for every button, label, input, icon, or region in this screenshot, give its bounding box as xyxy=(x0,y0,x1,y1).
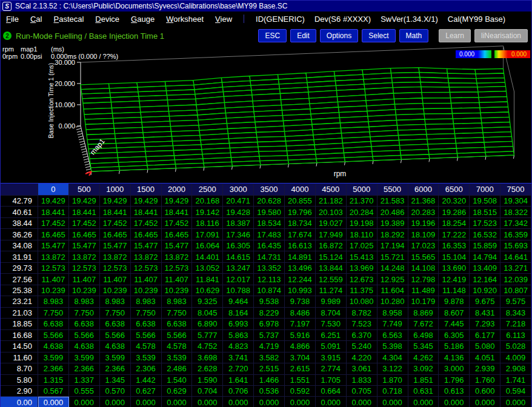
cell-36.26-2500[interactable]: 17.091 xyxy=(192,229,223,240)
cell-8.70-500[interactable]: 2.366 xyxy=(69,363,100,374)
row-header-40.61[interactable]: 40.61 xyxy=(1,207,38,217)
cell-5.80-6000[interactable]: 1.851 xyxy=(408,375,439,386)
cell-8.70-0[interactable]: 2.366 xyxy=(38,363,69,374)
col-header-6500[interactable]: 6500 xyxy=(439,184,470,196)
cell-0.00-3500[interactable]: 0.000 xyxy=(254,397,285,407)
cell-36.26-7000[interactable]: 16.532 xyxy=(470,229,500,240)
cell-5.80-6500[interactable]: 1.796 xyxy=(439,375,470,386)
cell-16.68-1500[interactable]: 5.566 xyxy=(131,330,162,341)
cell-25.38-6000[interactable]: 11.489 xyxy=(408,285,439,296)
cell-38.44-0[interactable]: 17.452 xyxy=(38,218,69,229)
cell-27.56-7500[interactable]: 12.039 xyxy=(500,274,531,285)
cell-36.26-3000[interactable]: 17.346 xyxy=(223,229,254,240)
cell-42.79-1000[interactable]: 19.429 xyxy=(100,196,131,207)
row-header-0.00[interactable]: 0.00 xyxy=(1,397,38,407)
cell-8.70-4500[interactable]: 2.774 xyxy=(316,363,347,374)
cell-2.90-4500[interactable]: 0.664 xyxy=(316,386,347,397)
cell-0.00-5500[interactable]: 0.000 xyxy=(377,397,408,407)
cell-27.56-5500[interactable]: 12.925 xyxy=(377,274,408,285)
cell-38.44-5000[interactable]: 19.198 xyxy=(347,218,377,229)
cell-5.80-4500[interactable]: 1.705 xyxy=(316,375,347,386)
cell-34.08-1000[interactable]: 15.477 xyxy=(100,240,131,251)
cell-5.80-3000[interactable]: 1.641 xyxy=(223,375,254,386)
menu-item-pastecal[interactable]: Pastecal xyxy=(53,15,84,24)
cell-25.38-7000[interactable]: 10.920 xyxy=(470,285,500,296)
cell-14.50-6000[interactable]: 5.345 xyxy=(408,341,439,352)
cell-14.50-5000[interactable]: 5.240 xyxy=(347,341,377,352)
cell-25.38-7500[interactable]: 10.807 xyxy=(500,285,531,296)
cell-11.60-500[interactable]: 3.599 xyxy=(69,352,100,363)
cell-2.90-2000[interactable]: 0.629 xyxy=(162,386,193,397)
cell-16.68-7000[interactable]: 6.177 xyxy=(470,330,500,341)
cell-0.00-6500[interactable]: 0.000 xyxy=(439,397,470,407)
cell-34.08-4000[interactable]: 16.613 xyxy=(285,240,316,251)
menu-item-file[interactable]: File xyxy=(6,15,19,24)
cell-34.08-6500[interactable]: 16.353 xyxy=(439,240,470,251)
cell-29.73-4000[interactable]: 13.496 xyxy=(285,263,316,274)
cell-31.91-2500[interactable]: 14.401 xyxy=(192,251,223,262)
cell-18.85-7500[interactable]: 7.218 xyxy=(500,319,531,329)
cell-16.68-6000[interactable]: 6.498 xyxy=(408,330,439,341)
cell-29.73-2000[interactable]: 12.573 xyxy=(162,263,193,274)
row-header-31.91[interactable]: 31.91 xyxy=(1,251,38,262)
cell-36.26-1500[interactable]: 16.465 xyxy=(131,229,162,240)
col-header-7000[interactable]: 7000 xyxy=(470,184,500,196)
cell-14.50-1000[interactable]: 4.638 xyxy=(100,341,131,352)
cell-16.68-3000[interactable]: 5.863 xyxy=(223,330,254,341)
cell-36.26-1000[interactable]: 16.465 xyxy=(100,229,131,240)
cell-0.00-2500[interactable]: 0.000 xyxy=(192,397,223,407)
cell-14.50-4000[interactable]: 4.866 xyxy=(285,341,316,352)
cell-11.60-7500[interactable]: 4.009 xyxy=(500,352,531,363)
cell-31.91-2000[interactable]: 13.872 xyxy=(162,251,193,262)
cell-11.60-3500[interactable]: 3.582 xyxy=(254,352,285,363)
cell-18.85-500[interactable]: 6.638 xyxy=(69,319,100,329)
cell-8.70-6000[interactable]: 3.092 xyxy=(408,363,439,374)
cell-14.50-3500[interactable]: 4.719 xyxy=(254,341,285,352)
col-header-2000[interactable]: 2000 xyxy=(162,184,193,196)
cell-8.70-3500[interactable]: 2.515 xyxy=(254,363,285,374)
cell-25.38-2500[interactable]: 10.629 xyxy=(192,285,223,296)
cell-38.44-6500[interactable]: 18.254 xyxy=(439,218,470,229)
cell-36.26-500[interactable]: 16.465 xyxy=(69,229,100,240)
cell-11.60-2000[interactable]: 3.539 xyxy=(162,352,193,363)
cell-38.44-7500[interactable]: 17.342 xyxy=(500,218,531,229)
cell-0.00-4500[interactable]: 0.000 xyxy=(316,397,347,407)
cell-42.79-5500[interactable]: 21.583 xyxy=(377,196,408,207)
cell-29.73-1500[interactable]: 12.573 xyxy=(131,263,162,274)
cell-5.80-3500[interactable]: 1.466 xyxy=(254,375,285,386)
cell-25.38-1500[interactable]: 10.239 xyxy=(131,285,162,296)
cell-42.79-2500[interactable]: 20.168 xyxy=(192,196,223,207)
cell-23.21-1500[interactable]: 8.983 xyxy=(131,296,162,307)
cell-18.85-3500[interactable]: 6.978 xyxy=(254,319,285,329)
cell-8.70-1500[interactable]: 2.306 xyxy=(131,363,162,374)
cell-23.21-2000[interactable]: 8.983 xyxy=(162,296,193,307)
cell-25.38-4000[interactable]: 10.993 xyxy=(285,285,316,296)
cell-36.26-4000[interactable]: 17.674 xyxy=(285,229,316,240)
cell-23.21-6000[interactable]: 10.179 xyxy=(408,296,439,307)
row-header-5.80[interactable]: 5.80 xyxy=(1,375,38,386)
cell-29.73-3000[interactable]: 13.247 xyxy=(223,263,254,274)
cell-5.80-1000[interactable]: 1.345 xyxy=(100,375,131,386)
cell-42.79-5000[interactable]: 21.370 xyxy=(347,196,377,207)
cell-42.79-4500[interactable]: 21.182 xyxy=(316,196,347,207)
cell-31.91-7500[interactable]: 14.641 xyxy=(500,251,531,262)
cell-36.26-3500[interactable]: 17.483 xyxy=(254,229,285,240)
button-linearisation[interactable]: liNearisation xyxy=(474,29,528,42)
row-header-25.38[interactable]: 25.38 xyxy=(1,285,38,296)
row-header-27.56[interactable]: 27.56 xyxy=(1,274,38,285)
cell-29.73-4500[interactable]: 13.844 xyxy=(316,263,347,274)
cell-29.73-1000[interactable]: 12.573 xyxy=(100,263,131,274)
cell-0.00-4000[interactable]: 0.000 xyxy=(285,397,316,407)
col-header-7500[interactable]: 7500 xyxy=(500,184,531,196)
cell-29.73-3500[interactable]: 13.352 xyxy=(254,263,285,274)
cell-36.26-6500[interactable]: 17.222 xyxy=(439,229,470,240)
cell-18.85-2500[interactable]: 6.890 xyxy=(192,319,223,329)
cell-42.79-0[interactable]: 19.429 xyxy=(38,196,69,207)
cell-21.03-1000[interactable]: 7.750 xyxy=(100,308,131,319)
cell-23.21-6500[interactable]: 9.878 xyxy=(439,296,470,307)
col-header-0[interactable]: 0 xyxy=(38,184,69,196)
cell-38.44-2500[interactable]: 18.116 xyxy=(192,218,223,229)
cell-38.44-1000[interactable]: 17.452 xyxy=(100,218,131,229)
row-header-18.85[interactable]: 18.85 xyxy=(1,319,38,329)
cell-11.60-1000[interactable]: 3.599 xyxy=(100,352,131,363)
